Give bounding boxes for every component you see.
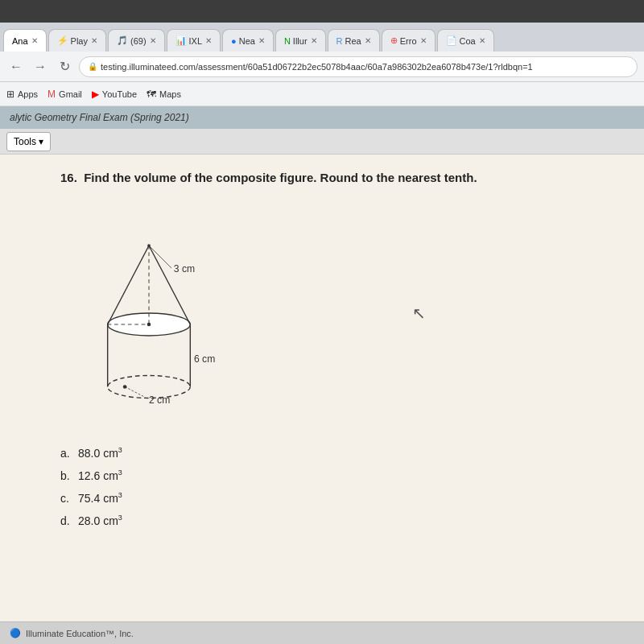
question-container: 16. Find the volume of the composite fig… <box>60 171 584 532</box>
youtube-icon: ▶ <box>92 89 99 100</box>
tab-label: Erro <box>400 36 417 46</box>
figure-area: 3 cm 6 cm 2 cm ↖ <box>60 200 584 426</box>
tools-dropdown-icon: ▾ <box>39 136 43 147</box>
choice-d[interactable]: d. 28.0 cm3 <box>60 510 584 532</box>
page-header: alytic Geometry Final Exam (Spring 2021) <box>0 106 644 129</box>
svg-line-5 <box>149 246 190 324</box>
choice-b[interactable]: b. 12.6 cm3 <box>60 464 584 487</box>
svg-line-11 <box>149 246 171 268</box>
tools-bar: Tools ▾ <box>0 129 644 155</box>
tab-ixl[interactable]: 📊 IXL ✕ <box>167 29 221 52</box>
content-area: 16. Find the volume of the composite fig… <box>0 155 644 621</box>
tab-close-icon[interactable]: ✕ <box>311 36 317 45</box>
question-text: Find the volume of the composite figure.… <box>84 171 477 184</box>
choice-d-value: 28.0 cm3 <box>78 510 122 532</box>
tab-close-icon[interactable]: ✕ <box>150 36 156 45</box>
choice-b-value: 12.6 cm3 <box>78 464 122 487</box>
tab-ana[interactable]: Ana ✕ <box>3 29 47 52</box>
tab-icon: 🎵 <box>117 35 128 46</box>
tab-close-icon[interactable]: ✕ <box>205 36 212 45</box>
svg-text:6 cm: 6 cm <box>194 353 215 365</box>
omnibox-bar: ← → ↻ 🔒 testing.illuminateed.com/assessm… <box>0 52 644 82</box>
bookmark-youtube[interactable]: ▶ YouTube <box>92 89 137 100</box>
title-bar <box>0 0 644 23</box>
url-text: testing.illuminateed.com/assessment/60a5… <box>101 62 533 72</box>
tools-button[interactable]: Tools ▾ <box>6 132 51 151</box>
svg-point-9 <box>147 323 151 327</box>
tab-label: Rea <box>345 36 361 46</box>
question-number: 16. <box>60 171 77 184</box>
tab-coa[interactable]: 📄 Coa ✕ <box>437 29 494 52</box>
bookmark-apps[interactable]: ⊞ Apps <box>6 89 38 100</box>
back-button[interactable]: ← <box>6 57 26 76</box>
choice-a-letter: a. <box>60 442 73 464</box>
choice-d-letter: d. <box>60 510 73 532</box>
cursor-pointer: ↖ <box>412 303 426 323</box>
choice-c-value: 75.4 cm3 <box>78 487 122 510</box>
tools-label: Tools <box>14 136 36 147</box>
tab-bar: Ana ✕ ⚡ Play ✕ 🎵 (69) ✕ 📊 IXL ✕ ● Nea ✕ … <box>0 23 644 52</box>
choice-b-letter: b. <box>60 464 73 487</box>
tab-close-icon[interactable]: ✕ <box>91 36 97 45</box>
tab-icon: R <box>336 36 343 46</box>
tab-nea[interactable]: ● Nea ✕ <box>222 29 274 52</box>
tab-close-icon[interactable]: ✕ <box>479 36 485 45</box>
tab-rea[interactable]: R Rea ✕ <box>328 29 380 52</box>
composite-figure-svg: 3 cm 6 cm 2 cm <box>68 200 229 426</box>
bookmark-label: YouTube <box>102 89 137 99</box>
tab-illur[interactable]: N Illur ✕ <box>275 29 326 52</box>
choice-a-value: 88.0 cm3 <box>78 442 122 464</box>
answer-choices: a. 88.0 cm3 b. 12.6 cm3 c. 75.4 cm3 d. 2… <box>60 442 584 532</box>
bookmark-gmail[interactable]: M Gmail <box>47 89 82 100</box>
tab-icon: ● <box>231 36 237 46</box>
bookmark-label: Maps <box>159 89 181 99</box>
maps-icon: 🗺 <box>147 89 156 100</box>
tab-label: Coa <box>460 36 476 46</box>
tab-erro[interactable]: ⊕ Erro ✕ <box>382 29 436 52</box>
lock-icon: 🔒 <box>88 62 97 71</box>
choice-c[interactable]: c. 75.4 cm3 <box>60 487 584 510</box>
tab-icon: 📊 <box>175 35 187 46</box>
tab-icon: ⊕ <box>390 35 398 46</box>
reload-button[interactable]: ↻ <box>55 57 74 76</box>
gmail-icon: M <box>47 89 56 100</box>
tab-label: (69) <box>130 36 147 46</box>
footer-label: Illuminate Education™, Inc. <box>26 629 134 638</box>
choice-c-letter: c. <box>60 487 73 510</box>
tab-icon: 📄 <box>446 35 457 46</box>
tab-label: IXL <box>189 36 203 46</box>
tab-label: Play <box>71 36 88 46</box>
apps-icon: ⊞ <box>6 89 14 100</box>
browser-frame: Ana ✕ ⚡ Play ✕ 🎵 (69) ✕ 📊 IXL ✕ ● Nea ✕ … <box>0 0 644 644</box>
page-footer: 🔵 Illuminate Education™, Inc. <box>0 621 644 644</box>
tab-label: Ana <box>12 36 28 46</box>
tab-label: Illur <box>293 36 308 46</box>
tab-icon: N <box>284 36 291 46</box>
svg-line-4 <box>108 246 149 324</box>
choice-a[interactable]: a. 88.0 cm3 <box>60 442 584 464</box>
tab-69[interactable]: 🎵 (69) ✕ <box>108 29 165 52</box>
diagram-container: 3 cm 6 cm 2 cm <box>60 200 237 426</box>
footer-text: 🔵 <box>10 628 21 638</box>
forward-button[interactable]: → <box>31 57 50 76</box>
tab-close-icon[interactable]: ✕ <box>365 36 371 45</box>
tab-close-icon[interactable]: ✕ <box>31 36 38 45</box>
tab-label: Nea <box>239 36 255 46</box>
svg-text:3 cm: 3 cm <box>174 263 195 275</box>
bookmark-maps[interactable]: 🗺 Maps <box>147 89 181 100</box>
url-bar[interactable]: 🔒 testing.illuminateed.com/assessment/60… <box>79 56 638 77</box>
tab-play[interactable]: ⚡ Play ✕ <box>48 29 106 52</box>
question-header: 16. Find the volume of the composite fig… <box>60 171 584 184</box>
tab-icon: ⚡ <box>57 35 68 46</box>
tab-close-icon[interactable]: ✕ <box>258 36 265 45</box>
bookmark-label: Gmail <box>59 89 82 99</box>
svg-text:2 cm: 2 cm <box>149 394 170 406</box>
bookmark-label: Apps <box>18 89 38 99</box>
bookmarks-bar: ⊞ Apps M Gmail ▶ YouTube 🗺 Maps <box>0 82 644 106</box>
svg-line-15 <box>125 386 145 397</box>
tab-close-icon[interactable]: ✕ <box>420 36 427 45</box>
page-title: alytic Geometry Final Exam (Spring 2021) <box>10 112 189 123</box>
